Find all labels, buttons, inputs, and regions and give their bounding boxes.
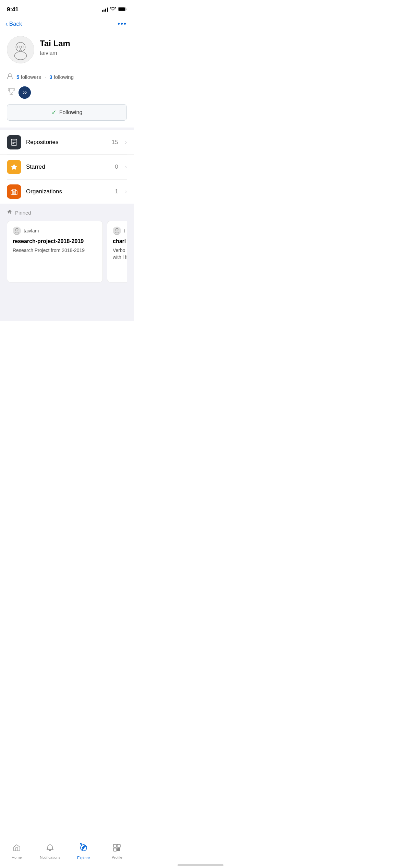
starred-label: Starred: [26, 164, 110, 170]
chevron-right-icon: ›: [125, 139, 127, 145]
person-icon: [7, 73, 13, 81]
stats-row: 5 followers · 3 following: [0, 70, 134, 85]
status-time: 9:41: [7, 6, 19, 13]
profile-section: Tai Lam taivlam: [0, 32, 134, 70]
card-username-2: t: [124, 228, 125, 233]
svg-point-19: [13, 227, 21, 235]
svg-text:22: 22: [23, 91, 27, 95]
pinned-label: Pinned: [15, 210, 31, 216]
svg-point-22: [113, 227, 121, 235]
svg-rect-1: [119, 8, 125, 11]
following-count[interactable]: 3 following: [49, 74, 74, 80]
card-user-row-1: taivlam: [13, 227, 97, 235]
pinned-card-2[interactable]: t charl Verbo get C with l from: [107, 221, 127, 282]
svg-rect-16: [13, 189, 15, 195]
repositories-count: 15: [112, 139, 118, 146]
profile-name: Tai Lam: [40, 39, 127, 49]
card-username-1: taivlam: [24, 228, 39, 233]
trophy-icon: [7, 87, 16, 98]
chevron-right-icon-3: ›: [125, 189, 127, 195]
card-desc-2: Verbo get C with l from: [113, 247, 127, 261]
profile-info: Tai Lam taivlam: [40, 36, 127, 56]
avatar: [7, 36, 34, 63]
signal-icon: [102, 8, 108, 12]
svg-rect-17: [15, 191, 17, 195]
pinned-header: Pinned: [7, 209, 127, 216]
badges-row: 22: [0, 85, 134, 104]
card-repo-name-1: research-project-2018-2019: [13, 238, 97, 244]
section-divider: [0, 128, 134, 130]
back-label: Back: [9, 21, 22, 27]
repositories-label: Repositories: [26, 139, 107, 146]
pinned-section: Pinned taivlam research-project-2018-201…: [0, 204, 134, 287]
chevron-left-icon: ‹: [5, 20, 8, 28]
repositories-icon: [7, 135, 21, 149]
starred-icon: [7, 160, 21, 174]
more-button[interactable]: •••: [118, 20, 127, 28]
card-desc-1: Research Project from 2018-2019: [13, 247, 97, 254]
organizations-item[interactable]: Organizations 1 ›: [0, 180, 134, 204]
back-button[interactable]: ‹ Back: [5, 20, 22, 28]
starred-count: 0: [115, 164, 118, 170]
chevron-right-icon-2: ›: [125, 164, 127, 170]
badge-item: 22: [19, 86, 31, 99]
nav-bar: ‹ Back •••: [0, 17, 134, 32]
status-icons: [102, 7, 127, 13]
pin-icon: [7, 209, 12, 216]
followers-count[interactable]: 5 followers: [16, 74, 41, 80]
repositories-item[interactable]: Repositories 15 ›: [0, 130, 134, 155]
pinned-card-1[interactable]: taivlam research-project-2018-2019 Resea…: [7, 221, 103, 282]
starred-item[interactable]: Starred 0 ›: [0, 155, 134, 179]
wifi-icon: [110, 7, 116, 13]
check-icon: ✓: [51, 109, 57, 116]
battery-icon: [118, 7, 127, 13]
organizations-icon: [7, 184, 21, 199]
card-user-row-2: t: [113, 227, 127, 235]
card-avatar-2: [113, 227, 121, 235]
status-bar: 9:41: [0, 0, 134, 17]
following-button[interactable]: ✓ Following: [7, 104, 127, 121]
svg-rect-15: [11, 191, 13, 195]
card-repo-name-2: charl: [113, 238, 127, 244]
card-avatar-1: [13, 227, 21, 235]
stats-separator: ·: [45, 74, 46, 80]
profile-username: taivlam: [40, 50, 127, 56]
pinned-cards: taivlam research-project-2018-2019 Resea…: [7, 221, 127, 282]
following-btn-container: ✓ Following: [0, 104, 134, 128]
organizations-count: 1: [115, 188, 118, 195]
following-label: Following: [59, 109, 83, 116]
organizations-label: Organizations: [26, 188, 110, 195]
menu-section: Repositories 15 › Starred 0 › Organizati…: [0, 130, 134, 204]
